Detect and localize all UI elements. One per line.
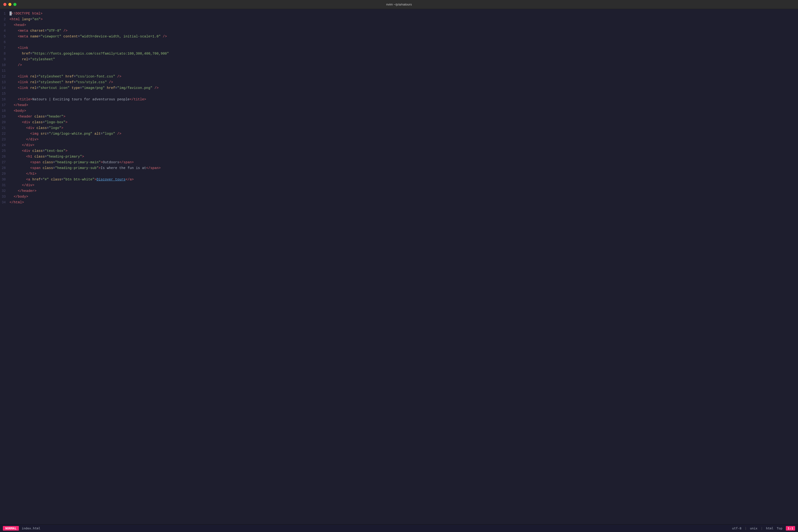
code-line-12: 12 <link rel="stylesheet" href="css/icon… [0,74,798,80]
traffic-lights [3,3,16,6]
editor-container: 1 <!DOCTYPE html> 2 <html lang="en"> 3 <… [0,9,798,525]
code-line-21: 21 <div class="logo"> [0,126,798,131]
code-line-20: 20 <div class="logo-box"> [0,120,798,126]
code-line-5: 5 <meta name="viewport" content="width=d… [0,34,798,40]
editor-content[interactable]: 1 <!DOCTYPE html> 2 <html lang="en"> 3 <… [0,9,798,269]
maximize-button[interactable] [13,3,16,6]
code-line-24: 24 </div> [0,142,798,148]
code-line-10: 10 /> [0,62,798,68]
code-line-30: 30 <a href="#" class="btn btn-white">Dis… [0,177,798,183]
code-line-7: 7 <link [0,45,798,51]
code-line-31: 31 </div> [0,183,798,188]
code-line-13: 13 <link rel="stylesheet" href="css/styl… [0,80,798,85]
code-line-4: 4 <meta charset="UTF-8" /> [0,28,798,34]
status-filename: index.html [22,527,40,530]
code-line-25: 25 <div class="text-box"> [0,148,798,154]
code-line-28: 28 <span class="heading-primary-sub">Is … [0,166,798,171]
code-line-11: 11 [0,68,798,74]
code-line-16: 16 <title>Natours | Exciting tours for a… [0,97,798,102]
code-line-14: 14 <link rel="shortcut icon" type="image… [0,85,798,91]
status-cursor-position: 1:1 [786,526,795,531]
status-left: NORMAL index.html [3,526,40,531]
code-line-29: 29 </h1> [0,171,798,177]
code-line-17: 17 </head> [0,102,798,108]
code-line-2: 2 <html lang="en"> [0,17,798,22]
code-line-22: 22 <img src="/img/logo-white.png" alt="l… [0,131,798,137]
code-line-26: 26 <h1 class="heading-primary"> [0,154,798,160]
code-line-34: 34 </html> [0,200,798,206]
code-line-19: 19 <header class="header"> [0,114,798,120]
code-line-1: 1 <!DOCTYPE html> [0,11,798,17]
title-bar: nvim ~/p/a/natours [0,0,798,9]
status-bar: NORMAL index.html utf-8 | unix | html To… [0,525,798,532]
code-line-33: 33 </body> [0,194,798,200]
code-line-18: 18 <body> [0,108,798,114]
code-line-8: 8 href="https://fonts.googleapis.com/css… [0,51,798,57]
code-line-27: 27 <span class="heading-primary-main">Ou… [0,160,798,166]
close-button[interactable] [3,3,6,6]
vim-mode-badge: NORMAL [3,526,19,531]
minimize-button[interactable] [8,3,12,6]
code-line-32: 32 </header> [0,188,798,194]
code-line-9: 9 rel="stylesheet" [0,57,798,62]
status-right: utf-8 | unix | html Top 1:1 [732,526,795,531]
status-encoding: utf-8 [732,527,741,530]
code-line-6: 6 [0,40,798,45]
code-line-23: 23 </div> [0,137,798,142]
status-filetype: html [766,527,774,530]
status-position: Top [777,527,782,530]
code-line-15: 15 [0,91,798,97]
status-lineending: unix [750,527,758,530]
code-line-3: 3 <head> [0,22,798,28]
window-title: nvim ~/p/a/natours [386,3,412,6]
editor-empty-space [0,269,798,525]
